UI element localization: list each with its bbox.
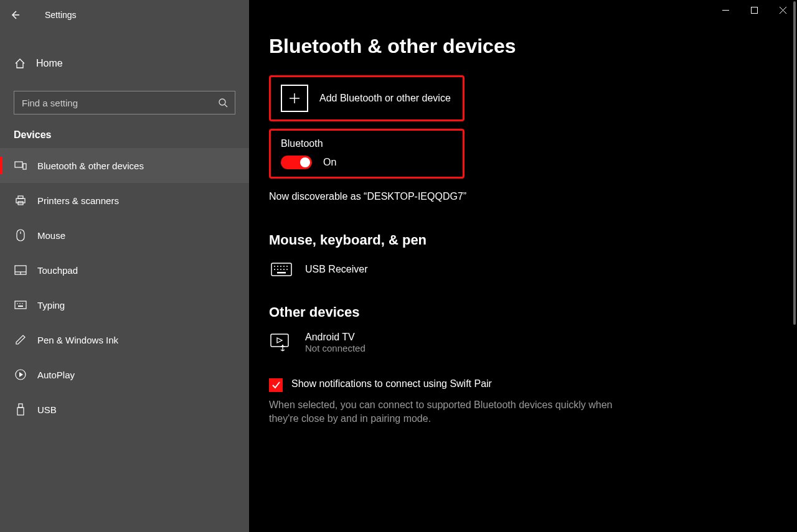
svg-point-13 <box>19 303 21 304</box>
svg-point-24 <box>274 266 275 267</box>
sidebar: Settings Home Devices Bluetooth & other … <box>0 0 249 532</box>
sidebar-item-label: Mouse <box>37 230 65 241</box>
svg-rect-15 <box>18 306 23 307</box>
search-input[interactable] <box>14 98 211 108</box>
back-arrow-icon <box>10 10 20 20</box>
sidebar-item-label: AutoPlay <box>37 370 75 380</box>
add-device-button[interactable]: Add Bluetooth or other device <box>281 85 453 112</box>
svg-point-25 <box>277 266 278 267</box>
bluetooth-toggle[interactable] <box>281 156 312 169</box>
scrollbar[interactable] <box>793 1 796 325</box>
discoverable-text: Now discoverable as “DESKTOP-IEQQDG7” <box>269 191 797 202</box>
page-title: Bluetooth & other devices <box>269 35 797 58</box>
checkmark-icon <box>271 380 281 390</box>
svg-point-29 <box>274 269 275 270</box>
svg-rect-18 <box>17 408 24 415</box>
back-button[interactable] <box>0 0 30 30</box>
bluetooth-state: On <box>323 157 336 168</box>
device-usb-receiver[interactable]: USB Receiver <box>269 259 797 279</box>
minimize-button[interactable] <box>711 0 740 20</box>
svg-rect-6 <box>17 230 24 241</box>
titlebar: Settings <box>0 0 249 30</box>
svg-rect-1 <box>15 162 22 167</box>
sidebar-item-pen[interactable]: Pen & Windows Ink <box>0 322 249 357</box>
bluetooth-heading: Bluetooth <box>281 138 453 149</box>
sidebar-item-touchpad[interactable]: Touchpad <box>0 253 249 287</box>
sidebar-item-mouse[interactable]: Mouse <box>0 218 249 253</box>
keyboard-icon <box>14 301 27 309</box>
svg-point-33 <box>286 269 288 270</box>
home-link[interactable]: Home <box>0 47 249 80</box>
search-icon <box>211 98 235 108</box>
device-status: Not connected <box>305 343 365 353</box>
window-title: Settings <box>45 10 77 20</box>
plus-icon <box>281 85 308 112</box>
touchpad-icon <box>14 265 27 275</box>
svg-rect-11 <box>15 301 26 309</box>
home-icon <box>14 57 26 70</box>
sidebar-item-autoplay[interactable]: AutoPlay <box>0 357 249 392</box>
svg-point-32 <box>283 269 285 270</box>
svg-rect-4 <box>18 196 23 198</box>
sidebar-item-label: Printers & scanners <box>37 195 119 206</box>
add-device-label: Add Bluetooth or other device <box>319 93 451 104</box>
mouse-icon <box>14 229 27 241</box>
maximize-button[interactable] <box>740 0 768 20</box>
sidebar-item-usb[interactable]: USB <box>0 392 249 427</box>
svg-rect-34 <box>277 272 286 274</box>
sidebar-item-label: Touchpad <box>37 265 78 276</box>
category-label: Devices <box>14 129 249 141</box>
window-controls <box>711 0 797 20</box>
sidebar-item-label: USB <box>37 404 57 415</box>
section-other-devices: Other devices <box>269 304 797 320</box>
media-device-icon <box>269 333 294 353</box>
sidebar-item-typing[interactable]: Typing <box>0 287 249 322</box>
main-content: Bluetooth & other devices Add Bluetooth … <box>249 0 797 532</box>
svg-point-0 <box>219 99 225 105</box>
svg-point-31 <box>280 269 281 270</box>
svg-point-28 <box>286 266 288 267</box>
home-label: Home <box>36 58 63 69</box>
svg-point-26 <box>280 266 281 267</box>
device-android-tv[interactable]: Android TV Not connected <box>269 332 797 353</box>
devices-icon <box>14 161 27 170</box>
highlight-bluetooth: Bluetooth On <box>269 129 465 179</box>
sidebar-item-printers[interactable]: Printers & scanners <box>0 183 249 218</box>
svg-rect-17 <box>19 404 22 408</box>
svg-point-12 <box>17 303 18 304</box>
usb-icon <box>14 403 27 416</box>
sidebar-item-label: Bluetooth & other devices <box>37 161 144 171</box>
svg-point-30 <box>277 269 278 270</box>
svg-rect-20 <box>751 7 757 13</box>
svg-rect-35 <box>271 334 288 347</box>
printer-icon <box>14 195 27 206</box>
svg-rect-2 <box>23 164 26 169</box>
swift-pair-description: When selected, you can connect to suppor… <box>269 398 618 425</box>
svg-point-14 <box>22 303 23 304</box>
svg-point-27 <box>283 266 285 267</box>
sidebar-item-label: Pen & Windows Ink <box>37 335 118 345</box>
device-name: Android TV <box>305 332 365 343</box>
search-box[interactable] <box>14 91 235 114</box>
svg-rect-3 <box>16 198 25 203</box>
sidebar-item-bluetooth[interactable]: Bluetooth & other devices <box>0 148 249 183</box>
highlight-add-device: Add Bluetooth or other device <box>269 75 465 121</box>
device-name: USB Receiver <box>305 264 367 275</box>
swift-pair-checkbox[interactable] <box>269 378 283 392</box>
pen-icon <box>14 334 27 346</box>
keyboard-icon <box>269 259 294 279</box>
swift-pair-row: Show notifications to connect using Swif… <box>269 378 797 392</box>
section-mouse-keyboard: Mouse, keyboard, & pen <box>269 232 797 248</box>
autoplay-icon <box>14 369 27 380</box>
swift-pair-label: Show notifications to connect using Swif… <box>291 378 492 390</box>
sidebar-item-label: Typing <box>37 300 65 310</box>
